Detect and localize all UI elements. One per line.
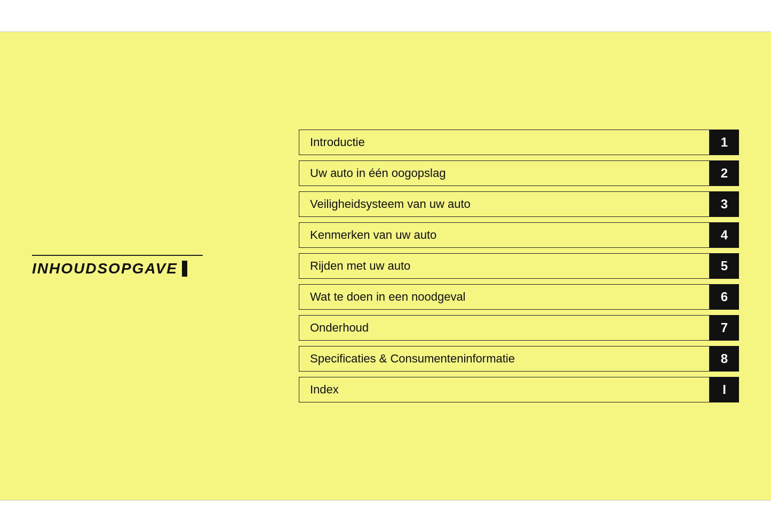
inhoudsopgave-title: INHOUDSOPGAVE <box>32 260 187 277</box>
toc-row[interactable]: Introductie1 <box>299 130 739 155</box>
toc-number-4: 5 <box>710 253 739 279</box>
toc-label-5: Wat te doen in een noodgeval <box>299 284 710 310</box>
toc-row[interactable]: Wat te doen in een noodgeval6 <box>299 284 739 310</box>
toc-list: Introductie1Uw auto in één oogopslag2Vei… <box>299 130 739 402</box>
toc-number-1: 2 <box>710 160 739 186</box>
toc-number-6: 7 <box>710 315 739 341</box>
toc-label-6: Onderhoud <box>299 315 710 341</box>
toc-number-3: 4 <box>710 222 739 248</box>
title-line <box>32 255 203 256</box>
top-bar <box>0 0 771 32</box>
toc-label-1: Uw auto in één oogopslag <box>299 160 710 186</box>
title-cursor <box>182 261 187 277</box>
toc-label-3: Kenmerken van uw auto <box>299 222 710 248</box>
toc-row[interactable]: Onderhoud7 <box>299 315 739 341</box>
toc-number-7: 8 <box>710 346 739 372</box>
toc-row[interactable]: Kenmerken van uw auto4 <box>299 222 739 248</box>
toc-number-5: 6 <box>710 284 739 310</box>
toc-row[interactable]: Uw auto in één oogopslag2 <box>299 160 739 186</box>
toc-number-2: 3 <box>710 191 739 217</box>
toc-row[interactable]: Rijden met uw auto5 <box>299 253 739 279</box>
toc-label-0: Introductie <box>299 130 710 155</box>
toc-row[interactable]: IndexI <box>299 377 739 402</box>
left-section: INHOUDSOPGAVE <box>32 255 299 277</box>
toc-label-7: Specificaties & Consumenteninformatie <box>299 346 710 372</box>
toc-label-4: Rijden met uw auto <box>299 253 710 279</box>
toc-row[interactable]: Veiligheidsysteem van uw auto3 <box>299 191 739 217</box>
toc-row[interactable]: Specificaties & Consumenteninformatie8 <box>299 346 739 372</box>
toc-label-2: Veiligheidsysteem van uw auto <box>299 191 710 217</box>
bottom-bar <box>0 500 771 532</box>
toc-label-8: Index <box>299 377 710 402</box>
toc-number-0: 1 <box>710 130 739 155</box>
main-content: INHOUDSOPGAVE Introductie1Uw auto in één… <box>0 32 771 500</box>
toc-number-8: I <box>710 377 739 402</box>
title-text: INHOUDSOPGAVE <box>32 260 178 277</box>
